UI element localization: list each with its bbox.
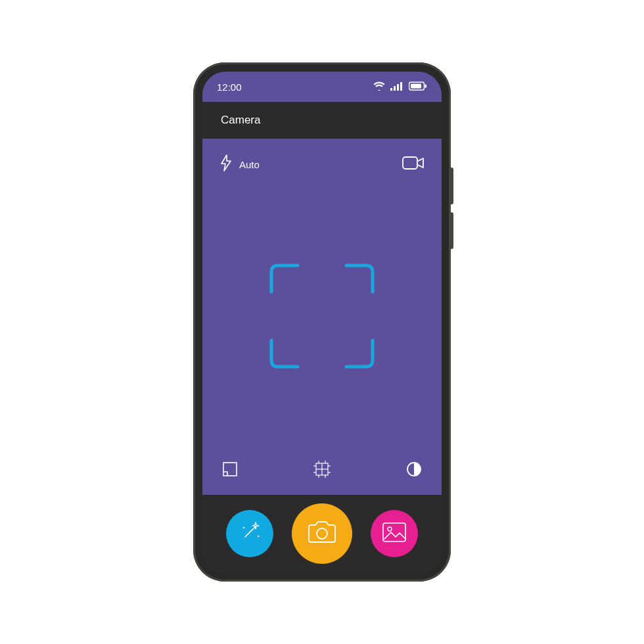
effects-button[interactable] [226, 510, 273, 557]
flash-toggle[interactable]: Auto [219, 154, 260, 174]
svg-point-26 [388, 527, 392, 531]
svg-rect-0 [390, 88, 392, 91]
flash-icon [219, 154, 233, 174]
video-icon[interactable] [402, 155, 425, 173]
svg-line-21 [245, 526, 256, 537]
title-bar: Camera [202, 102, 442, 139]
signal-icon [390, 81, 403, 93]
camera-viewfinder[interactable]: Auto [202, 139, 442, 495]
status-time: 12:00 [217, 81, 242, 93]
svg-rect-5 [411, 83, 421, 88]
status-bar: 12:00 [202, 72, 442, 102]
svg-rect-25 [383, 523, 405, 541]
action-bar [202, 495, 442, 572]
magic-wand-icon [237, 520, 262, 547]
camera-icon [306, 519, 338, 548]
shutter-button[interactable] [292, 503, 352, 564]
contrast-icon[interactable] [406, 461, 422, 480]
phone-frame: 12:00 [193, 62, 451, 582]
phone-side-button [451, 212, 453, 249]
svg-rect-7 [403, 157, 417, 169]
battery-icon [409, 81, 427, 93]
svg-rect-1 [394, 86, 396, 91]
svg-rect-6 [425, 84, 427, 87]
phone-screen: 12:00 [202, 72, 442, 572]
status-indicators [373, 81, 427, 93]
focus-frame-icon [266, 260, 378, 375]
svg-point-24 [317, 528, 327, 539]
grid-icon[interactable] [312, 461, 332, 480]
svg-rect-2 [397, 84, 399, 91]
gallery-icon [381, 521, 407, 546]
svg-point-23 [258, 536, 260, 538]
wifi-icon [373, 81, 385, 93]
gallery-button[interactable] [371, 510, 418, 557]
crop-icon[interactable] [222, 461, 238, 480]
svg-point-22 [243, 527, 245, 529]
page-title: Camera [221, 114, 260, 127]
phone-side-button [451, 168, 453, 204]
svg-rect-3 [400, 82, 402, 91]
svg-rect-8 [223, 463, 237, 476]
flash-label: Auto [239, 159, 260, 170]
